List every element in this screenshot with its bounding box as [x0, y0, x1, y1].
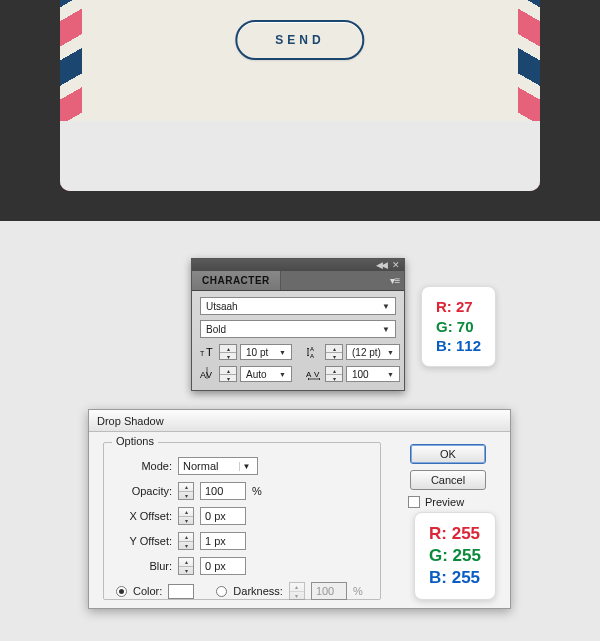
svg-text:V: V — [314, 370, 320, 379]
darkness-radio[interactable] — [216, 586, 227, 597]
yoffset-input[interactable]: 1 px — [200, 532, 246, 550]
send-button[interactable]: SEND — [235, 20, 364, 60]
tracking-value[interactable]: 100▼ — [346, 366, 400, 382]
svg-text:T: T — [200, 350, 205, 357]
mode-select[interactable]: Normal▼ — [178, 457, 258, 475]
panel-header: ◀◀ ✕ — [192, 259, 404, 271]
kerning-stepper[interactable]: ▴▾ — [219, 366, 237, 382]
darkness-stepper: ▴▾ — [289, 582, 305, 600]
svg-text:T: T — [206, 346, 213, 358]
opacity-unit: % — [252, 485, 262, 497]
svg-text:A: A — [306, 370, 312, 379]
drop-shadow-dialog: Drop Shadow Options Mode: Normal▼ Opacit… — [88, 409, 511, 609]
close-icon[interactable]: ✕ — [392, 261, 400, 270]
tracking-icon: AV — [306, 367, 322, 381]
cancel-button[interactable]: Cancel — [410, 470, 486, 490]
rgb-readout: R: 27 G: 70 B: 112 — [421, 286, 496, 367]
color-label: Color: — [133, 585, 162, 597]
leading-icon: AA — [306, 345, 322, 359]
kerning-icon: AV — [200, 367, 216, 381]
darkness-label: Darkness: — [233, 585, 283, 597]
xoffset-input[interactable]: 0 px — [200, 507, 246, 525]
blur-stepper[interactable]: ▴▾ — [178, 557, 194, 575]
opacity-input[interactable]: 100 — [200, 482, 246, 500]
yoffset-label: Y Offset: — [116, 535, 172, 547]
svg-text:A: A — [310, 353, 314, 359]
tracking-stepper[interactable]: ▴▾ — [325, 366, 343, 382]
preview-checkbox[interactable] — [408, 496, 420, 508]
svg-text:A: A — [310, 346, 314, 352]
font-size-value[interactable]: 10 pt▼ — [240, 344, 292, 360]
options-legend: Options — [112, 435, 158, 447]
font-size-icon: TT — [200, 345, 216, 359]
blur-input[interactable]: 0 px — [200, 557, 246, 575]
airmail-stripe — [60, 121, 540, 191]
opacity-label: Opacity: — [116, 485, 172, 497]
darkness-unit: % — [353, 585, 363, 597]
preview-label: Preview — [425, 496, 464, 508]
collapse-icon[interactable]: ◀◀ — [376, 261, 386, 270]
xoffset-label: X Offset: — [116, 510, 172, 522]
opacity-stepper[interactable]: ▴▾ — [178, 482, 194, 500]
panels-area: ◀◀ ✕ CHARACTER ▾≡ Utsaah▼ Bold▼ TT ▴▾ 10 — [0, 221, 600, 641]
rgb-readout: R: 255 G: 255 B: 255 — [414, 512, 496, 600]
envelope: SEND — [60, 0, 540, 191]
leading-value[interactable]: (12 pt)▼ — [346, 344, 400, 360]
xoffset-stepper[interactable]: ▴▾ — [178, 507, 194, 525]
tab-character[interactable]: CHARACTER — [192, 271, 281, 290]
color-swatch[interactable] — [168, 584, 194, 599]
darkness-input: 100 — [311, 582, 347, 600]
options-group: Options Mode: Normal▼ Opacity: ▴▾ 100 % … — [103, 442, 381, 600]
panel-menu-icon[interactable]: ▾≡ — [386, 271, 404, 290]
ok-button[interactable]: OK — [410, 444, 486, 464]
font-style-select[interactable]: Bold▼ — [200, 320, 396, 338]
kerning-value[interactable]: Auto▼ — [240, 366, 292, 382]
dialog-title: Drop Shadow — [89, 410, 510, 432]
yoffset-stepper[interactable]: ▴▾ — [178, 532, 194, 550]
envelope-preview: SEND — [0, 0, 600, 221]
mode-label: Mode: — [116, 460, 172, 472]
character-panel: ◀◀ ✕ CHARACTER ▾≡ Utsaah▼ Bold▼ TT ▴▾ 10 — [191, 258, 405, 391]
font-size-stepper[interactable]: ▴▾ — [219, 344, 237, 360]
color-radio[interactable] — [116, 586, 127, 597]
font-family-select[interactable]: Utsaah▼ — [200, 297, 396, 315]
leading-stepper[interactable]: ▴▾ — [325, 344, 343, 360]
blur-label: Blur: — [116, 560, 172, 572]
